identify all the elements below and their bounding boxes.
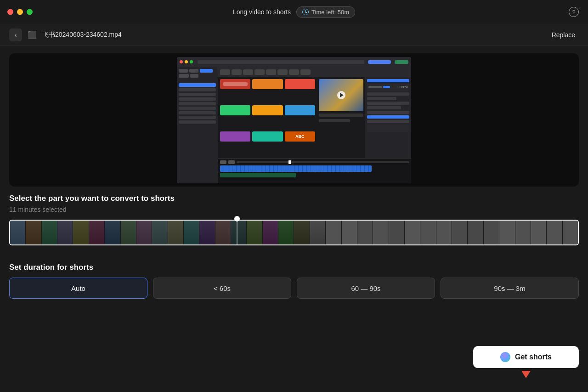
sticker-item-abc: ABC	[285, 131, 315, 142]
time-badge: Time left: 50m	[296, 6, 355, 18]
title-bar: Long video to shorts Time left: 50m ?	[0, 0, 588, 24]
duration-section: Set duration for shorts Auto< 60s60 — 90…	[9, 263, 579, 299]
frame-thumb	[152, 221, 167, 244]
frame-thumb	[342, 221, 357, 244]
sticker-item	[220, 105, 250, 115]
timeline-btn	[228, 160, 235, 164]
editor-top-bar	[177, 57, 411, 67]
video-preview-panel	[317, 77, 365, 158]
editor-share-btn	[395, 60, 408, 64]
get-shorts-button[interactable]: Get shorts	[473, 346, 579, 368]
frame-thumb	[326, 221, 341, 244]
frame-thumb	[515, 221, 531, 244]
toolbar-item	[254, 69, 265, 75]
preview-info2	[319, 119, 350, 122]
frame-thumb	[310, 221, 325, 244]
clip-frames	[220, 165, 372, 172]
right-control	[367, 92, 409, 96]
duration-btn---60s[interactable]: < 60s	[153, 278, 291, 299]
duration-btn-60---90s[interactable]: 60 — 90s	[297, 278, 435, 299]
select-section: Select the part you want to convert to s…	[9, 194, 579, 213]
duration-btn-auto[interactable]: Auto	[9, 278, 147, 299]
toolbar-item	[232, 69, 242, 75]
frame-thumb	[121, 221, 136, 244]
frame-thumb	[247, 221, 262, 244]
frame-thumb	[136, 221, 152, 244]
frame-thumb	[10, 221, 25, 244]
frame-thumb	[484, 221, 499, 244]
time-left-text: Time left: 50m	[311, 9, 349, 16]
scrubber-handle[interactable]	[234, 216, 240, 222]
toolbar-item	[289, 69, 299, 75]
btn-orb-icon	[500, 352, 510, 362]
frame-thumb	[420, 221, 435, 244]
toolbar-item	[300, 69, 311, 75]
bottom-bar: Get shorts	[473, 346, 579, 378]
frame-thumb	[105, 221, 120, 244]
right-control	[367, 106, 401, 109]
sticker-item	[252, 105, 283, 115]
file-name: 飞书20240603-234602.mp4	[42, 31, 543, 39]
close-button[interactable]	[7, 9, 13, 15]
frame-thumb	[294, 221, 309, 244]
frame-thumb	[389, 221, 404, 244]
editor-center-panel: ABC	[218, 67, 411, 183]
left-panel-item	[179, 111, 216, 114]
nav-item	[190, 74, 198, 78]
duration-btn-90s---3m[interactable]: 90s — 3m	[441, 278, 579, 299]
video-file-icon: ⬛	[28, 30, 37, 39]
timeline-marker	[288, 160, 291, 164]
frame-thumb	[42, 221, 57, 244]
play-button-overlay	[337, 91, 345, 99]
window-controls	[7, 9, 33, 15]
timeline-scrubber[interactable]	[9, 220, 579, 252]
sticker-item	[220, 131, 250, 142]
editor-dot-green	[190, 60, 193, 63]
editor-dot-red	[180, 60, 183, 63]
timeline-audio	[220, 173, 296, 177]
minimize-button[interactable]	[17, 9, 23, 15]
scale-value: 830%	[400, 85, 408, 89]
back-button[interactable]: ‹	[9, 28, 22, 41]
editor-left-panel	[177, 67, 218, 183]
help-button[interactable]: ?	[569, 7, 579, 17]
frame-thumb	[436, 221, 452, 244]
editor-timeline	[218, 158, 411, 183]
video-preview-container: ABC	[9, 53, 579, 187]
frame-thumb	[168, 221, 183, 244]
slider-fill	[383, 86, 390, 88]
scale-control: 830%	[367, 84, 409, 91]
duration-buttons: Auto< 60s60 — 90s90s — 3m	[9, 278, 579, 299]
red-arrow-icon	[521, 371, 531, 378]
sticker-item	[252, 131, 283, 142]
timeline-track	[237, 161, 409, 163]
frame-thumb	[263, 221, 278, 244]
sticker-item	[220, 79, 250, 89]
replace-button[interactable]: Replace	[548, 29, 579, 40]
editor-toolbar	[218, 67, 411, 77]
editor-pro-badge	[368, 60, 391, 64]
select-section-title: Select the part you want to convert to s…	[9, 194, 579, 203]
frame-thumb	[373, 221, 388, 244]
frame-thumb	[57, 221, 73, 244]
right-control-active	[367, 115, 409, 119]
frame-thumb	[357, 221, 373, 244]
left-panel-item	[179, 102, 216, 105]
right-control	[367, 120, 409, 123]
toolbar-item	[277, 69, 288, 75]
maximize-button[interactable]	[27, 9, 33, 15]
sticker-label	[223, 82, 248, 86]
right-controls: 830%	[365, 77, 411, 158]
scrubber-track[interactable]	[9, 220, 579, 245]
right-control	[367, 79, 409, 82]
duration-section-title: Set duration for shorts	[9, 263, 579, 272]
editor-main: ABC	[177, 67, 411, 183]
left-panel-item	[179, 93, 216, 96]
toolbar-item	[220, 69, 230, 75]
arrow-indicator	[473, 371, 579, 378]
video-preview-frame	[319, 79, 363, 111]
frame-thumb	[531, 221, 546, 244]
frame-thumb	[73, 221, 88, 244]
editor-content-area: ABC	[218, 77, 411, 158]
frame-thumb	[89, 221, 104, 244]
